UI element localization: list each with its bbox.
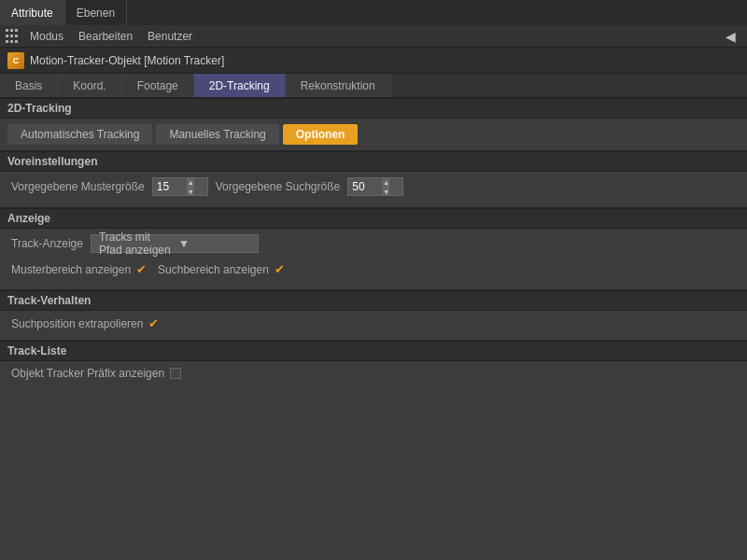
objekt-tracker-checkbox[interactable] xyxy=(170,368,181,379)
top-tab-ebenen[interactable]: Ebenen xyxy=(65,0,127,25)
nav-tab-koord[interactable]: Koord. xyxy=(58,74,121,97)
musterbereich-label: Musterbereich anzeigen xyxy=(11,263,131,276)
musterbereich-row: Musterbereich anzeigen ✔ xyxy=(11,262,147,276)
nav-tab-2d-tracking[interactable]: 2D-Tracking xyxy=(194,74,286,97)
suchgroesse-arrows: ▲ ▼ xyxy=(382,177,389,196)
mustergroesse-up[interactable]: ▲ xyxy=(188,177,194,187)
mustergroesse-label: Vorgegebene Mustergröße xyxy=(11,180,145,193)
suchbereich-row: Suchbereich anzeigen ✔ xyxy=(158,262,285,276)
suchposition-check[interactable]: ✔ xyxy=(148,316,159,330)
sub-tab-manuelles[interactable]: Manuelles Tracking xyxy=(156,124,278,145)
voreinstellungen-content: Vorgegebene Mustergröße ▲ ▼ Vorgegebene … xyxy=(0,172,747,207)
object-title-bar: C Motion-Tracker-Objekt [Motion Tracker] xyxy=(0,48,747,74)
menu-bearbeiten[interactable]: Bearbeiten xyxy=(71,30,140,43)
mustergroesse-input[interactable]: ▲ ▼ xyxy=(152,177,208,196)
section-voreinstellungen: Voreinstellungen Vorgegebene Mustergröße… xyxy=(0,150,747,207)
grid-icon xyxy=(4,29,19,44)
nav-tab-bar: Basis Koord. Footage 2D-Tracking Rekonst… xyxy=(0,74,747,98)
track-verhalten-header: Track-Verhalten xyxy=(0,290,747,311)
nav-tab-basis[interactable]: Basis xyxy=(0,74,58,97)
voreinstellungen-header: Voreinstellungen xyxy=(0,151,747,172)
menu-benutzer[interactable]: Benutzer xyxy=(140,30,200,43)
menu-bar-arrow[interactable]: ◀ xyxy=(718,29,743,44)
track-verhalten-content: Suchposition extrapolieren ✔ xyxy=(0,311,747,340)
suchgroesse-label: Vorgegebene Suchgröße xyxy=(216,180,340,193)
main-content: 2D-Tracking Automatisches Tracking Manue… xyxy=(0,98,747,389)
nav-tab-footage[interactable]: Footage xyxy=(122,74,194,97)
dropdown-arrow-icon: ▼ xyxy=(178,237,254,250)
section-header-2d-tracking: 2D-Tracking xyxy=(0,98,747,119)
suchgroesse-field[interactable] xyxy=(348,180,382,193)
suchgroesse-down[interactable]: ▼ xyxy=(383,187,389,196)
suchbereich-label: Suchbereich anzeigen xyxy=(158,263,269,276)
section-track-liste: Track-Liste Objekt Tracker Präfix anzeig… xyxy=(0,340,747,389)
suchbereich-check[interactable]: ✔ xyxy=(275,262,285,276)
top-tab-attribute[interactable]: Attribute xyxy=(0,0,65,25)
track-liste-content: Objekt Tracker Präfix anzeigen xyxy=(0,361,747,389)
suchgroesse-input[interactable]: ▲ ▼ xyxy=(347,177,403,196)
anzeige-checkboxes: Musterbereich anzeigen ✔ Suchbereich anz… xyxy=(11,259,736,284)
section-track-verhalten: Track-Verhalten Suchposition extrapolier… xyxy=(0,289,747,340)
section-anzeige: Anzeige Track-Anzeige Tracks mit Pfad an… xyxy=(0,207,747,289)
mustergroesse-down[interactable]: ▼ xyxy=(188,187,194,196)
track-anzeige-dropdown[interactable]: Tracks mit Pfad anzeigen ▼ xyxy=(91,234,259,253)
track-liste-header: Track-Liste xyxy=(0,341,747,361)
object-icon: C xyxy=(7,52,24,69)
suchposition-label: Suchposition extrapolieren xyxy=(11,317,143,330)
anzeige-header: Anzeige xyxy=(0,208,747,229)
mustergroesse-row: Vorgegebene Mustergröße ▲ ▼ Vorgegebene … xyxy=(11,177,736,196)
anzeige-content: Track-Anzeige Tracks mit Pfad anzeigen ▼… xyxy=(0,229,747,289)
suchposition-row: Suchposition extrapolieren ✔ xyxy=(11,316,736,330)
objekt-tracker-label: Objekt Tracker Präfix anzeigen xyxy=(11,367,164,380)
track-anzeige-row: Track-Anzeige Tracks mit Pfad anzeigen ▼ xyxy=(11,234,736,253)
musterbereich-check[interactable]: ✔ xyxy=(136,262,147,276)
sub-tab-bar: Automatisches Tracking Manuelles Trackin… xyxy=(0,119,747,150)
menu-bar: Modus Bearbeiten Benutzer ◀ xyxy=(0,25,747,48)
suchgroesse-up[interactable]: ▲ xyxy=(383,177,389,187)
top-tab-bar: Attribute Ebenen xyxy=(0,0,747,25)
object-title-text: Motion-Tracker-Objekt [Motion Tracker] xyxy=(30,54,224,67)
track-anzeige-label: Track-Anzeige xyxy=(11,237,83,250)
mustergroesse-arrows: ▲ ▼ xyxy=(187,177,194,196)
mustergroesse-field[interactable] xyxy=(153,180,187,193)
sub-tab-optionen[interactable]: Optionen xyxy=(283,124,359,145)
nav-tab-rekonstruktion[interactable]: Rekonstruktion xyxy=(286,74,391,97)
objekt-tracker-row: Objekt Tracker Präfix anzeigen xyxy=(11,367,736,380)
menu-modus[interactable]: Modus xyxy=(22,30,71,43)
sub-tab-automatisches[interactable]: Automatisches Tracking xyxy=(7,124,152,145)
